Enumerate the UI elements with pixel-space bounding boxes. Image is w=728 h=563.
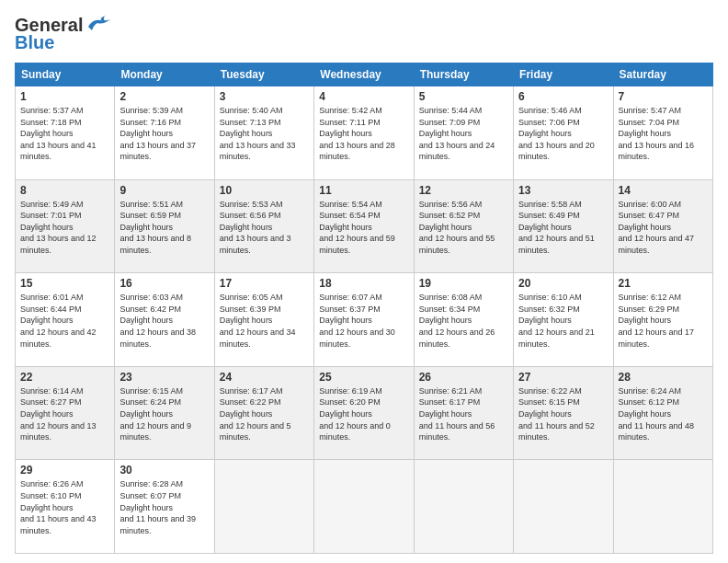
col-wednesday: Wednesday (314, 63, 414, 86)
daylight-duration: and 12 hours and 55 minutes. (419, 234, 495, 255)
sunset-label: Sunset: 7:16 PM (119, 118, 181, 127)
table-row: 8 Sunrise: 5:49 AM Sunset: 7:01 PM Dayli… (16, 179, 115, 273)
daylight-duration: and 12 hours and 9 minutes. (119, 421, 191, 442)
sunset-label: Sunset: 6:42 PM (119, 304, 181, 314)
sunrise-label: Sunrise: 6:07 AM (319, 293, 382, 302)
day-info: Sunrise: 5:37 AM Sunset: 7:18 PM Dayligh… (20, 105, 109, 163)
daylight-duration: and 13 hours and 3 minutes. (220, 234, 291, 255)
sunrise-label: Sunrise: 6:22 AM (518, 386, 582, 396)
daylight-label: Daylight hours (220, 223, 273, 232)
sunset-label: Sunset: 6:32 PM (518, 304, 580, 314)
day-number: 2 (119, 90, 209, 103)
sunrise-label: Sunrise: 5:46 AM (518, 106, 582, 115)
sunset-label: Sunset: 6:10 PM (20, 491, 82, 500)
table-row (314, 460, 414, 554)
table-row: 22 Sunrise: 6:14 AM Sunset: 6:27 PM Dayl… (16, 366, 115, 460)
day-info: Sunrise: 6:17 AM Sunset: 6:22 PM Dayligh… (220, 385, 309, 443)
daylight-duration: and 13 hours and 8 minutes. (119, 234, 191, 255)
sunset-label: Sunset: 6:20 PM (319, 397, 381, 407)
sunrise-label: Sunrise: 5:54 AM (319, 200, 382, 209)
daylight-label: Daylight hours (220, 409, 273, 419)
sunrise-label: Sunrise: 6:26 AM (20, 479, 84, 488)
sunrise-label: Sunrise: 5:49 AM (20, 200, 84, 209)
day-info: Sunrise: 6:15 AM Sunset: 6:24 PM Dayligh… (119, 385, 209, 443)
sunset-label: Sunset: 6:39 PM (220, 304, 281, 314)
day-number: 12 (419, 184, 508, 197)
daylight-label: Daylight hours (319, 316, 372, 325)
calendar-week-row: 15 Sunrise: 6:01 AM Sunset: 6:44 PM Dayl… (16, 273, 713, 367)
day-info: Sunrise: 5:39 AM Sunset: 7:16 PM Dayligh… (119, 105, 209, 163)
col-saturday: Saturday (613, 63, 712, 86)
table-row: 27 Sunrise: 6:22 AM Sunset: 6:15 PM Dayl… (514, 366, 613, 460)
daylight-label: Daylight hours (319, 129, 372, 138)
day-info: Sunrise: 5:42 AM Sunset: 7:11 PM Dayligh… (319, 105, 408, 163)
daylight-label: Daylight hours (619, 316, 672, 325)
sunset-label: Sunset: 6:22 PM (220, 397, 281, 407)
sunset-label: Sunset: 6:59 PM (119, 211, 181, 220)
table-row: 13 Sunrise: 5:58 AM Sunset: 6:49 PM Dayl… (514, 179, 613, 273)
table-row (214, 460, 313, 554)
sunset-label: Sunset: 7:11 PM (319, 118, 381, 127)
day-number: 1 (20, 90, 109, 103)
sunset-label: Sunset: 7:04 PM (619, 118, 680, 127)
day-number: 11 (319, 184, 408, 197)
daylight-label: Daylight hours (419, 409, 472, 419)
sunset-label: Sunset: 6:15 PM (518, 397, 580, 407)
day-number: 23 (119, 371, 209, 384)
daylight-duration: and 13 hours and 28 minutes. (319, 141, 395, 162)
daylight-label: Daylight hours (119, 129, 173, 138)
calendar-header-row: Sunday Monday Tuesday Wednesday Thursday… (16, 63, 713, 86)
table-row: 26 Sunrise: 6:21 AM Sunset: 6:17 PM Dayl… (414, 366, 513, 460)
table-row: 24 Sunrise: 6:17 AM Sunset: 6:22 PM Dayl… (214, 366, 313, 460)
col-friday: Friday (514, 63, 613, 86)
daylight-duration: and 12 hours and 47 minutes. (619, 234, 695, 255)
daylight-duration: and 11 hours and 48 minutes. (619, 421, 695, 442)
col-sunday: Sunday (16, 63, 115, 86)
day-number: 13 (518, 184, 608, 197)
sunset-label: Sunset: 6:24 PM (119, 397, 181, 407)
table-row: 9 Sunrise: 5:51 AM Sunset: 6:59 PM Dayli… (115, 179, 214, 273)
daylight-duration: and 12 hours and 59 minutes. (319, 234, 395, 255)
table-row: 23 Sunrise: 6:15 AM Sunset: 6:24 PM Dayl… (115, 366, 214, 460)
day-number: 9 (119, 184, 209, 197)
day-info: Sunrise: 6:22 AM Sunset: 6:15 PM Dayligh… (518, 385, 608, 443)
daylight-duration: and 13 hours and 20 minutes. (518, 141, 595, 162)
sunset-label: Sunset: 6:37 PM (319, 304, 381, 314)
table-row: 11 Sunrise: 5:54 AM Sunset: 6:54 PM Dayl… (314, 179, 414, 273)
sunrise-label: Sunrise: 6:00 AM (619, 200, 682, 209)
day-number: 3 (220, 90, 309, 103)
table-row: 20 Sunrise: 6:10 AM Sunset: 6:32 PM Dayl… (514, 273, 613, 367)
day-info: Sunrise: 5:58 AM Sunset: 6:49 PM Dayligh… (518, 199, 608, 257)
daylight-label: Daylight hours (419, 129, 472, 138)
day-number: 7 (619, 90, 708, 103)
sunset-label: Sunset: 7:01 PM (20, 211, 82, 220)
day-number: 27 (518, 371, 608, 384)
sunset-label: Sunset: 6:47 PM (619, 211, 680, 220)
daylight-duration: and 12 hours and 5 minutes. (220, 421, 291, 442)
sunset-label: Sunset: 6:29 PM (619, 304, 680, 314)
daylight-label: Daylight hours (20, 316, 74, 325)
day-number: 20 (518, 277, 608, 290)
day-number: 22 (20, 371, 109, 384)
calendar-week-row: 8 Sunrise: 5:49 AM Sunset: 7:01 PM Dayli… (16, 179, 713, 273)
table-row: 30 Sunrise: 6:28 AM Sunset: 6:07 PM Dayl… (115, 460, 214, 554)
daylight-duration: and 11 hours and 56 minutes. (419, 421, 495, 442)
day-info: Sunrise: 5:49 AM Sunset: 7:01 PM Dayligh… (20, 199, 109, 257)
day-number: 17 (220, 277, 309, 290)
day-number: 4 (319, 90, 408, 103)
day-number: 16 (119, 277, 209, 290)
daylight-label: Daylight hours (319, 223, 372, 232)
day-info: Sunrise: 5:56 AM Sunset: 6:52 PM Dayligh… (419, 199, 508, 257)
table-row (514, 460, 613, 554)
day-info: Sunrise: 5:40 AM Sunset: 7:13 PM Dayligh… (220, 105, 309, 163)
day-number: 29 (20, 464, 109, 477)
table-row (414, 460, 513, 554)
daylight-duration: and 12 hours and 17 minutes. (619, 327, 695, 349)
sunrise-label: Sunrise: 5:40 AM (220, 106, 283, 115)
day-info: Sunrise: 6:07 AM Sunset: 6:37 PM Dayligh… (319, 292, 408, 350)
day-number: 19 (419, 277, 508, 290)
sunrise-label: Sunrise: 6:05 AM (220, 293, 283, 302)
sunset-label: Sunset: 7:09 PM (419, 118, 481, 127)
day-number: 15 (20, 277, 109, 290)
sunrise-label: Sunrise: 6:15 AM (119, 386, 183, 396)
